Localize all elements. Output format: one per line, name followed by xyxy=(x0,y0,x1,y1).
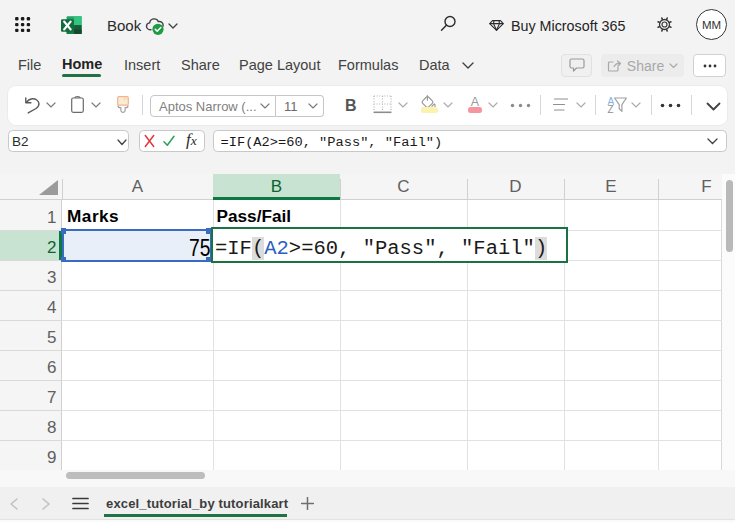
svg-text:Z: Z xyxy=(608,104,614,115)
